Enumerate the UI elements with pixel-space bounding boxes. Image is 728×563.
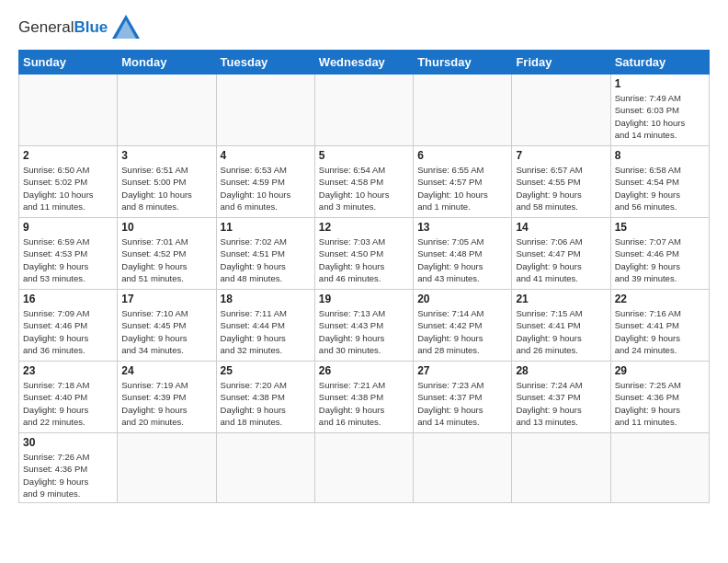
logo-icon <box>110 13 142 40</box>
calendar-cell <box>512 75 610 146</box>
day-number: 23 <box>23 364 113 377</box>
calendar-cell: 6Sunrise: 6:55 AM Sunset: 4:57 PM Daylig… <box>414 146 512 218</box>
calendar-cell: 21Sunrise: 7:15 AM Sunset: 4:41 PM Dayli… <box>512 290 610 362</box>
day-number: 9 <box>23 221 113 234</box>
logo: GeneralBlue <box>18 15 142 40</box>
day-info: Sunrise: 7:20 AM Sunset: 4:38 PM Dayligh… <box>221 379 311 428</box>
calendar-cell: 28Sunrise: 7:24 AM Sunset: 4:37 PM Dayli… <box>512 362 610 433</box>
day-number: 28 <box>516 364 606 377</box>
calendar-cell: 8Sunrise: 6:58 AM Sunset: 4:54 PM Daylig… <box>610 146 709 218</box>
calendar-cell: 22Sunrise: 7:16 AM Sunset: 4:41 PM Dayli… <box>610 290 709 362</box>
day-number: 25 <box>221 364 311 377</box>
calendar-cell: 12Sunrise: 7:03 AM Sunset: 4:50 PM Dayli… <box>314 218 413 290</box>
calendar-cell: 2Sunrise: 6:50 AM Sunset: 5:02 PM Daylig… <box>19 146 118 218</box>
calendar-cell <box>414 433 512 503</box>
calendar-cell <box>216 75 314 146</box>
logo-general: General <box>18 18 74 36</box>
day-number: 3 <box>121 149 211 162</box>
day-number: 10 <box>121 221 211 234</box>
weekday-header-wednesday: Wednesday <box>314 51 413 75</box>
day-number: 30 <box>23 436 113 449</box>
calendar-cell: 11Sunrise: 7:02 AM Sunset: 4:51 PM Dayli… <box>216 218 314 290</box>
day-info: Sunrise: 7:06 AM Sunset: 4:47 PM Dayligh… <box>516 236 606 284</box>
day-number: 24 <box>121 364 211 377</box>
header: GeneralBlue <box>18 15 710 40</box>
calendar-cell <box>610 433 709 503</box>
weekday-header-friday: Friday <box>512 51 610 75</box>
day-info: Sunrise: 7:16 AM Sunset: 4:41 PM Dayligh… <box>615 307 705 356</box>
day-number: 15 <box>615 221 705 234</box>
day-number: 16 <box>23 293 113 305</box>
day-number: 26 <box>319 364 409 377</box>
calendar-cell: 7Sunrise: 6:57 AM Sunset: 4:55 PM Daylig… <box>512 146 610 218</box>
day-number: 4 <box>221 149 311 162</box>
day-number: 21 <box>516 293 606 305</box>
calendar-cell: 10Sunrise: 7:01 AM Sunset: 4:52 PM Dayli… <box>118 218 216 290</box>
day-number: 17 <box>121 293 211 305</box>
day-number: 19 <box>319 293 409 305</box>
calendar-table: SundayMondayTuesdayWednesdayThursdayFrid… <box>18 50 710 503</box>
weekday-header-sunday: Sunday <box>19 51 118 75</box>
day-info: Sunrise: 7:21 AM Sunset: 4:38 PM Dayligh… <box>319 379 409 428</box>
day-info: Sunrise: 7:13 AM Sunset: 4:43 PM Dayligh… <box>319 307 409 356</box>
day-info: Sunrise: 6:55 AM Sunset: 4:57 PM Dayligh… <box>417 164 507 213</box>
day-number: 14 <box>516 221 606 234</box>
day-info: Sunrise: 7:03 AM Sunset: 4:50 PM Dayligh… <box>319 236 409 284</box>
day-number: 2 <box>23 149 113 162</box>
day-info: Sunrise: 7:07 AM Sunset: 4:46 PM Dayligh… <box>615 236 705 284</box>
calendar-cell: 26Sunrise: 7:21 AM Sunset: 4:38 PM Dayli… <box>314 362 413 433</box>
calendar-cell: 29Sunrise: 7:25 AM Sunset: 4:36 PM Dayli… <box>610 362 709 433</box>
weekday-header-saturday: Saturday <box>610 51 709 75</box>
day-info: Sunrise: 7:49 AM Sunset: 6:03 PM Dayligh… <box>615 92 705 141</box>
calendar-cell <box>414 75 512 146</box>
calendar-cell: 23Sunrise: 7:18 AM Sunset: 4:40 PM Dayli… <box>19 362 118 433</box>
calendar-week-row: 1Sunrise: 7:49 AM Sunset: 6:03 PM Daylig… <box>19 75 710 146</box>
calendar-cell: 30Sunrise: 7:26 AM Sunset: 4:36 PM Dayli… <box>19 433 118 503</box>
day-info: Sunrise: 6:59 AM Sunset: 4:53 PM Dayligh… <box>23 236 113 284</box>
day-info: Sunrise: 6:50 AM Sunset: 5:02 PM Dayligh… <box>23 164 113 213</box>
calendar-cell: 15Sunrise: 7:07 AM Sunset: 4:46 PM Dayli… <box>610 218 709 290</box>
day-info: Sunrise: 7:05 AM Sunset: 4:48 PM Dayligh… <box>417 236 507 284</box>
weekday-header-row: SundayMondayTuesdayWednesdayThursdayFrid… <box>19 51 710 75</box>
day-number: 5 <box>319 149 409 162</box>
day-info: Sunrise: 6:54 AM Sunset: 4:58 PM Dayligh… <box>319 164 409 213</box>
day-number: 18 <box>221 293 311 305</box>
calendar-cell: 13Sunrise: 7:05 AM Sunset: 4:48 PM Dayli… <box>414 218 512 290</box>
day-number: 29 <box>615 364 705 377</box>
day-info: Sunrise: 7:24 AM Sunset: 4:37 PM Dayligh… <box>516 379 606 428</box>
weekday-header-thursday: Thursday <box>414 51 512 75</box>
calendar-cell <box>216 433 314 503</box>
day-info: Sunrise: 7:26 AM Sunset: 4:36 PM Dayligh… <box>23 451 113 500</box>
calendar-week-row: 9Sunrise: 6:59 AM Sunset: 4:53 PM Daylig… <box>19 218 710 290</box>
calendar-cell <box>512 433 610 503</box>
calendar-cell: 25Sunrise: 7:20 AM Sunset: 4:38 PM Dayli… <box>216 362 314 433</box>
day-number: 11 <box>221 221 311 234</box>
calendar-cell: 1Sunrise: 7:49 AM Sunset: 6:03 PM Daylig… <box>610 75 709 146</box>
day-info: Sunrise: 7:18 AM Sunset: 4:40 PM Dayligh… <box>23 379 113 428</box>
day-info: Sunrise: 7:23 AM Sunset: 4:37 PM Dayligh… <box>417 379 507 428</box>
day-info: Sunrise: 7:11 AM Sunset: 4:44 PM Dayligh… <box>221 307 311 356</box>
calendar-cell: 18Sunrise: 7:11 AM Sunset: 4:44 PM Dayli… <box>216 290 314 362</box>
calendar-week-row: 16Sunrise: 7:09 AM Sunset: 4:46 PM Dayli… <box>19 290 710 362</box>
calendar-cell <box>118 75 216 146</box>
day-number: 12 <box>319 221 409 234</box>
calendar-cell: 16Sunrise: 7:09 AM Sunset: 4:46 PM Dayli… <box>19 290 118 362</box>
calendar-cell <box>314 433 413 503</box>
day-number: 22 <box>615 293 705 305</box>
day-info: Sunrise: 7:02 AM Sunset: 4:51 PM Dayligh… <box>221 236 311 284</box>
weekday-header-monday: Monday <box>118 51 216 75</box>
day-info: Sunrise: 7:14 AM Sunset: 4:42 PM Dayligh… <box>417 307 507 356</box>
calendar-week-row: 2Sunrise: 6:50 AM Sunset: 5:02 PM Daylig… <box>19 146 710 218</box>
calendar-cell: 19Sunrise: 7:13 AM Sunset: 4:43 PM Dayli… <box>314 290 413 362</box>
day-info: Sunrise: 6:58 AM Sunset: 4:54 PM Dayligh… <box>615 164 705 213</box>
calendar-cell: 14Sunrise: 7:06 AM Sunset: 4:47 PM Dayli… <box>512 218 610 290</box>
calendar-cell: 17Sunrise: 7:10 AM Sunset: 4:45 PM Dayli… <box>118 290 216 362</box>
calendar-cell: 9Sunrise: 6:59 AM Sunset: 4:53 PM Daylig… <box>19 218 118 290</box>
day-number: 20 <box>417 293 507 305</box>
day-info: Sunrise: 7:25 AM Sunset: 4:36 PM Dayligh… <box>615 379 705 428</box>
day-info: Sunrise: 7:09 AM Sunset: 4:46 PM Dayligh… <box>23 307 113 356</box>
day-info: Sunrise: 7:15 AM Sunset: 4:41 PM Dayligh… <box>516 307 606 356</box>
day-number: 27 <box>417 364 507 377</box>
day-number: 1 <box>615 77 705 90</box>
calendar-cell: 3Sunrise: 6:51 AM Sunset: 5:00 PM Daylig… <box>118 146 216 218</box>
